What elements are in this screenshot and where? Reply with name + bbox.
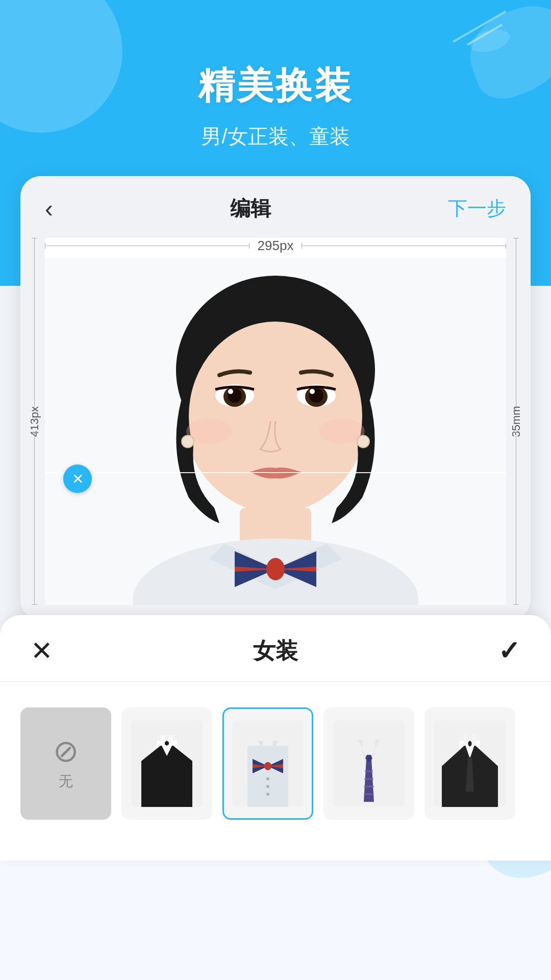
ruler-line-vertical-right	[516, 238, 516, 411]
crop-handle-icon: ✕	[72, 471, 84, 487]
svg-point-18	[357, 435, 369, 448]
panel-confirm-button[interactable]: ✓	[498, 635, 520, 666]
photo-area: 295px 413px 35mm	[45, 238, 506, 605]
ruler-line-vertical-left-2	[34, 432, 35, 605]
svg-point-14	[310, 389, 315, 394]
header-title: 精美换装	[0, 61, 551, 110]
ruler-line-horizontal-2	[302, 246, 506, 246]
svg-point-17	[182, 435, 194, 448]
clothes-item-black-suit-1[interactable]	[121, 707, 212, 820]
panel-title: 女装	[253, 636, 298, 666]
main-card: ‹ 编辑 下一步 295px 413px 35mm	[20, 176, 531, 620]
editor-title: 编辑	[230, 194, 271, 223]
width-label: 295px	[249, 238, 302, 254]
panel-header: ✕ 女装 ✓	[0, 615, 551, 681]
panel-cancel-button[interactable]: ✕	[31, 635, 53, 666]
black-suit-2-svg	[434, 720, 506, 807]
width-ruler: 295px	[45, 238, 506, 258]
clothes-item-bow-tie[interactable]	[222, 707, 313, 820]
none-label: 无	[59, 772, 73, 791]
svg-rect-22	[169, 736, 173, 746]
black-suit-1-svg	[131, 720, 203, 807]
svg-point-6	[189, 322, 362, 510]
svg-point-26	[266, 777, 269, 780]
svg-rect-21	[161, 736, 165, 746]
purple-tie-svg	[333, 720, 405, 807]
panel-divider	[0, 681, 551, 682]
clothes-item-purple-tie[interactable]	[323, 707, 414, 820]
person-portrait	[45, 258, 506, 605]
clothes-list: ⊘ 无	[0, 697, 551, 830]
editor-header: ‹ 编辑 下一步	[20, 176, 531, 233]
header-subtitle: 男/女正装、童装	[0, 122, 551, 151]
ruler-line-horizontal	[45, 246, 249, 246]
svg-point-27	[266, 785, 269, 788]
next-button[interactable]: 下一步	[448, 195, 506, 222]
back-button[interactable]: ‹	[45, 194, 53, 223]
portrait-svg	[46, 258, 505, 605]
ruler-line-vertical-left	[34, 238, 35, 411]
crop-line	[45, 472, 506, 473]
clothes-item-black-suit-2[interactable]	[424, 707, 515, 820]
photo-frame: ✕	[45, 258, 506, 605]
clothes-item-none[interactable]: ⊘ 无	[20, 707, 111, 820]
svg-point-25	[264, 762, 271, 770]
svg-point-3	[266, 558, 285, 580]
none-icon: ⊘	[53, 736, 79, 767]
bow-tie-svg	[232, 720, 304, 807]
svg-point-28	[266, 793, 269, 796]
bottom-panel: ✕ 女装 ✓ ⊘ 无	[0, 615, 551, 861]
header-section: 精美换装 男/女正装、童装	[0, 0, 551, 151]
svg-point-10	[228, 389, 233, 394]
crop-handle[interactable]: ✕	[63, 464, 92, 493]
svg-rect-24	[247, 746, 288, 807]
ruler-line-vertical-right-2	[516, 432, 516, 605]
